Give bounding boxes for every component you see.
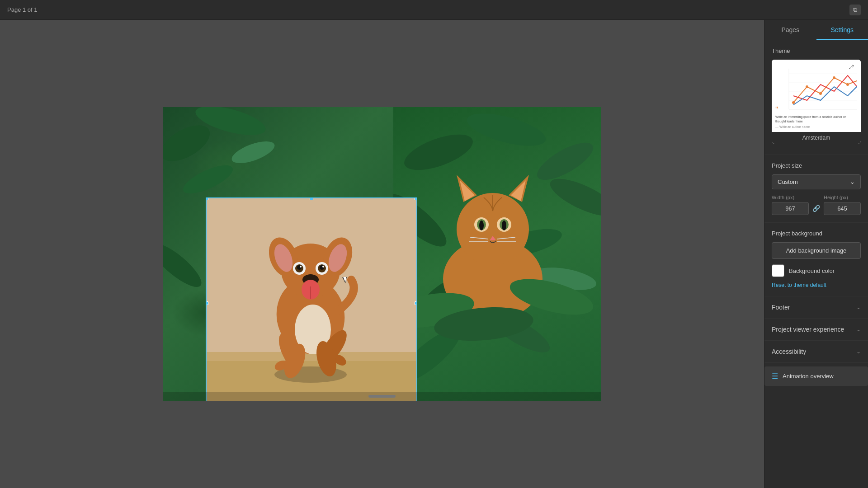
accessibility-title: Accessibility <box>772 348 806 355</box>
copy-button[interactable]: ⧉ <box>849 5 861 15</box>
theme-edit-button[interactable] <box>846 63 857 72</box>
tab-settings[interactable]: Settings <box>816 20 868 40</box>
cat-svg <box>393 107 601 401</box>
add-background-image-button[interactable]: Add background image <box>772 242 861 259</box>
svg-point-38 <box>479 221 484 230</box>
project-viewer-chevron-icon: ⌄ <box>856 326 861 333</box>
theme-label: Theme <box>772 47 861 54</box>
theme-name: Amsterdam <box>772 132 861 144</box>
canvas-area <box>0 20 764 488</box>
theme-card-preview: " Write an interesting quote from a nota… <box>772 60 861 132</box>
footer-header[interactable]: Footer ⌄ <box>764 296 868 318</box>
theme-quote: " Write an interesting quote from a nota… <box>775 106 857 128</box>
svg-point-66 <box>322 266 324 267</box>
reset-to-default-link[interactable]: Reset to theme default <box>772 282 826 288</box>
svg-point-82 <box>792 101 795 104</box>
size-dropdown[interactable]: Custom ⌄ <box>772 174 861 189</box>
canvas-content[interactable] <box>163 107 601 401</box>
dog-svg <box>207 198 416 401</box>
mouse-cursor <box>342 277 347 283</box>
project-size-label: Project size <box>772 162 861 169</box>
footer-chevron-icon: ⌄ <box>856 304 861 310</box>
svg-point-39 <box>502 221 506 230</box>
edit-icon <box>849 64 854 70</box>
animation-overview-icon: ☰ <box>772 372 778 380</box>
animation-overview-button[interactable]: ☰ Animation overview <box>764 366 868 386</box>
svg-point-19 <box>464 107 549 152</box>
handle-top-left[interactable] <box>206 197 208 200</box>
main-layout: Pages Settings Theme <box>0 20 868 488</box>
width-label: Width (px) <box>772 195 809 200</box>
tab-pages[interactable]: Pages <box>764 20 816 40</box>
svg-point-85 <box>833 76 835 79</box>
project-viewer-header[interactable]: Project viewer experience ⌄ <box>764 319 868 340</box>
dog-image <box>207 198 416 401</box>
footer-section: Footer ⌄ <box>764 296 868 319</box>
size-inputs: Width (px) 🔗 Height (px) <box>772 195 861 215</box>
height-input-group: Height (px) <box>824 195 861 215</box>
height-label: Height (px) <box>824 195 861 200</box>
scroll-handle[interactable] <box>163 392 601 401</box>
handle-middle-left[interactable] <box>206 301 208 305</box>
top-bar: Page 1 of 1 ⧉ <box>0 0 868 20</box>
dog-container[interactable] <box>206 197 417 401</box>
background-color-swatch[interactable] <box>772 264 784 277</box>
handle-top-right[interactable] <box>415 197 417 200</box>
svg-point-18 <box>400 127 477 177</box>
project-background-section: Project background Add background image … <box>764 223 868 296</box>
svg-point-84 <box>819 92 822 95</box>
height-input[interactable] <box>824 202 861 215</box>
footer-title: Footer <box>772 304 790 311</box>
canvas-wrapper <box>163 107 601 401</box>
project-background-label: Project background <box>772 230 861 237</box>
theme-section: Theme <box>764 40 868 155</box>
cat-area <box>393 107 601 401</box>
handle-top-middle[interactable] <box>310 197 313 200</box>
width-input-group: Width (px) <box>772 195 809 215</box>
svg-point-86 <box>846 83 849 86</box>
background-color-label: Background color <box>789 267 835 274</box>
svg-point-23 <box>546 172 601 224</box>
accessibility-section: Accessibility ⌄ <box>764 341 868 363</box>
size-dropdown-value: Custom <box>778 178 798 185</box>
top-bar-actions: ⧉ <box>849 5 861 15</box>
link-icon: 🔗 <box>812 205 820 212</box>
handle-middle-right[interactable] <box>415 301 417 305</box>
accessibility-header[interactable]: Accessibility ⌄ <box>764 341 868 362</box>
animation-overview-label: Animation overview <box>783 373 834 380</box>
project-viewer-section: Project viewer experience ⌄ <box>764 319 868 341</box>
right-panel: Pages Settings Theme <box>764 20 868 488</box>
theme-card[interactable]: " Write an interesting quote from a nota… <box>772 60 861 144</box>
chevron-down-icon: ⌄ <box>850 178 855 185</box>
scroll-thumb <box>368 395 396 398</box>
background-color-row: Background color <box>772 264 861 277</box>
project-viewer-title: Project viewer experience <box>772 326 844 333</box>
project-size-section: Project size Custom ⌄ Width (px) 🔗 Heigh… <box>764 155 868 223</box>
page-indicator: Page 1 of 1 <box>7 6 38 13</box>
svg-point-83 <box>806 85 808 88</box>
accessibility-chevron-icon: ⌄ <box>856 348 861 355</box>
svg-point-65 <box>300 266 302 267</box>
panel-tabs: Pages Settings <box>764 20 868 40</box>
width-input[interactable] <box>772 202 809 215</box>
